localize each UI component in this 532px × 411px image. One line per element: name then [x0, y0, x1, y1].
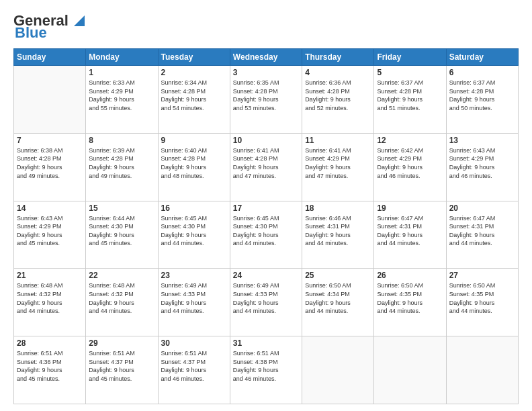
day-number: 19	[377, 203, 443, 213]
day-info: Sunrise: 6:38 AM Sunset: 4:28 PM Dayligh…	[17, 146, 83, 180]
day-info: Sunrise: 6:50 AM Sunset: 4:35 PM Dayligh…	[377, 281, 443, 315]
day-info: Sunrise: 6:49 AM Sunset: 4:33 PM Dayligh…	[161, 281, 227, 315]
weekday-saturday: Saturday	[446, 49, 518, 66]
day-cell: 7Sunrise: 6:38 AM Sunset: 4:28 PM Daylig…	[14, 133, 86, 201]
day-info: Sunrise: 6:37 AM Sunset: 4:28 PM Dayligh…	[449, 79, 515, 112]
day-number: 21	[17, 271, 83, 280]
day-cell: 2Sunrise: 6:34 AM Sunset: 4:28 PM Daylig…	[158, 66, 230, 134]
day-info: Sunrise: 6:34 AM Sunset: 4:28 PM Dayligh…	[161, 79, 227, 112]
day-info: Sunrise: 6:51 AM Sunset: 4:38 PM Dayligh…	[233, 349, 299, 383]
day-cell: 12Sunrise: 6:42 AM Sunset: 4:29 PM Dayli…	[374, 133, 446, 201]
day-info: Sunrise: 6:40 AM Sunset: 4:28 PM Dayligh…	[161, 146, 227, 180]
day-cell: 4Sunrise: 6:36 AM Sunset: 4:28 PM Daylig…	[302, 66, 374, 134]
day-cell: 26Sunrise: 6:50 AM Sunset: 4:35 PM Dayli…	[374, 269, 446, 336]
day-info: Sunrise: 6:44 AM Sunset: 4:30 PM Dayligh…	[89, 214, 154, 248]
day-cell: 10Sunrise: 6:41 AM Sunset: 4:28 PM Dayli…	[230, 133, 302, 201]
day-number: 10	[233, 136, 299, 145]
day-info: Sunrise: 6:47 AM Sunset: 4:31 PM Dayligh…	[377, 214, 443, 248]
day-cell: 13Sunrise: 6:43 AM Sunset: 4:29 PM Dayli…	[446, 133, 518, 201]
day-cell: 6Sunrise: 6:37 AM Sunset: 4:28 PM Daylig…	[446, 66, 518, 134]
day-info: Sunrise: 6:35 AM Sunset: 4:28 PM Dayligh…	[233, 79, 299, 112]
day-cell: 21Sunrise: 6:48 AM Sunset: 4:32 PM Dayli…	[14, 269, 86, 336]
day-number: 16	[161, 203, 227, 213]
day-number: 9	[161, 136, 227, 145]
day-info: Sunrise: 6:45 AM Sunset: 4:30 PM Dayligh…	[233, 214, 299, 248]
day-info: Sunrise: 6:41 AM Sunset: 4:29 PM Dayligh…	[305, 146, 371, 180]
week-row-2: 7Sunrise: 6:38 AM Sunset: 4:28 PM Daylig…	[14, 133, 519, 201]
day-number: 22	[89, 271, 154, 280]
day-info: Sunrise: 6:50 AM Sunset: 4:34 PM Dayligh…	[305, 281, 371, 315]
day-cell: 18Sunrise: 6:46 AM Sunset: 4:31 PM Dayli…	[302, 201, 374, 269]
day-number: 11	[305, 136, 371, 145]
day-number: 4	[305, 68, 371, 77]
day-cell: 5Sunrise: 6:37 AM Sunset: 4:28 PM Daylig…	[374, 66, 446, 134]
weekday-wednesday: Wednesday	[230, 49, 302, 66]
week-row-4: 21Sunrise: 6:48 AM Sunset: 4:32 PM Dayli…	[14, 269, 519, 336]
day-cell: 1Sunrise: 6:33 AM Sunset: 4:29 PM Daylig…	[86, 66, 158, 134]
day-number: 7	[17, 136, 83, 145]
day-cell	[374, 336, 446, 404]
day-cell: 16Sunrise: 6:45 AM Sunset: 4:30 PM Dayli…	[158, 201, 230, 269]
weekday-header-row: SundayMondayTuesdayWednesdayThursdayFrid…	[14, 49, 519, 66]
day-cell: 24Sunrise: 6:49 AM Sunset: 4:33 PM Dayli…	[230, 269, 302, 336]
day-cell: 28Sunrise: 6:51 AM Sunset: 4:36 PM Dayli…	[14, 336, 86, 404]
day-info: Sunrise: 6:33 AM Sunset: 4:29 PM Dayligh…	[89, 79, 154, 112]
day-number: 6	[449, 68, 515, 77]
day-info: Sunrise: 6:36 AM Sunset: 4:28 PM Dayligh…	[305, 79, 371, 112]
day-info: Sunrise: 6:46 AM Sunset: 4:31 PM Dayligh…	[305, 214, 371, 248]
day-number: 18	[305, 203, 371, 213]
day-number: 31	[233, 338, 299, 348]
day-info: Sunrise: 6:45 AM Sunset: 4:30 PM Dayligh…	[161, 214, 227, 248]
day-info: Sunrise: 6:48 AM Sunset: 4:32 PM Dayligh…	[17, 281, 83, 315]
day-number: 25	[305, 271, 371, 280]
calendar-table: SundayMondayTuesdayWednesdayThursdayFrid…	[13, 48, 519, 404]
day-info: Sunrise: 6:47 AM Sunset: 4:31 PM Dayligh…	[449, 214, 515, 248]
day-cell: 30Sunrise: 6:51 AM Sunset: 4:37 PM Dayli…	[158, 336, 230, 404]
day-number: 23	[161, 271, 227, 280]
day-number: 2	[161, 68, 227, 77]
day-number: 26	[377, 271, 443, 280]
day-number: 1	[89, 68, 154, 77]
day-number: 13	[449, 136, 515, 145]
day-cell	[446, 336, 518, 404]
logo-blue: Blue	[15, 24, 47, 42]
day-cell: 3Sunrise: 6:35 AM Sunset: 4:28 PM Daylig…	[230, 66, 302, 134]
day-number: 30	[161, 338, 227, 348]
day-cell: 14Sunrise: 6:43 AM Sunset: 4:29 PM Dayli…	[14, 201, 86, 269]
day-cell: 9Sunrise: 6:40 AM Sunset: 4:28 PM Daylig…	[158, 133, 230, 201]
logo: General Blue	[13, 12, 89, 42]
day-cell: 19Sunrise: 6:47 AM Sunset: 4:31 PM Dayli…	[374, 201, 446, 269]
weekday-friday: Friday	[374, 49, 446, 66]
day-number: 14	[17, 203, 83, 213]
page: General Blue SundayMondayTuesdayWednesda…	[0, 0, 532, 411]
day-cell	[14, 66, 86, 134]
day-cell: 22Sunrise: 6:48 AM Sunset: 4:32 PM Dayli…	[86, 269, 158, 336]
day-number: 20	[449, 203, 515, 213]
day-number: 28	[17, 338, 83, 348]
day-cell: 17Sunrise: 6:45 AM Sunset: 4:30 PM Dayli…	[230, 201, 302, 269]
day-cell: 23Sunrise: 6:49 AM Sunset: 4:33 PM Dayli…	[158, 269, 230, 336]
day-number: 24	[233, 271, 299, 280]
day-cell: 11Sunrise: 6:41 AM Sunset: 4:29 PM Dayli…	[302, 133, 374, 201]
week-row-3: 14Sunrise: 6:43 AM Sunset: 4:29 PM Dayli…	[14, 201, 519, 269]
day-number: 27	[449, 271, 515, 280]
weekday-tuesday: Tuesday	[158, 49, 230, 66]
day-cell: 8Sunrise: 6:39 AM Sunset: 4:28 PM Daylig…	[86, 133, 158, 201]
weekday-monday: Monday	[86, 49, 158, 66]
day-info: Sunrise: 6:41 AM Sunset: 4:28 PM Dayligh…	[233, 146, 299, 180]
day-info: Sunrise: 6:51 AM Sunset: 4:36 PM Dayligh…	[17, 349, 83, 383]
day-info: Sunrise: 6:43 AM Sunset: 4:29 PM Dayligh…	[17, 214, 83, 248]
week-row-5: 28Sunrise: 6:51 AM Sunset: 4:36 PM Dayli…	[14, 336, 519, 404]
day-cell: 27Sunrise: 6:50 AM Sunset: 4:35 PM Dayli…	[446, 269, 518, 336]
logo-triangle-icon	[70, 10, 89, 29]
day-info: Sunrise: 6:42 AM Sunset: 4:29 PM Dayligh…	[377, 146, 443, 180]
day-number: 5	[377, 68, 443, 77]
day-number: 29	[89, 338, 154, 348]
day-cell: 31Sunrise: 6:51 AM Sunset: 4:38 PM Dayli…	[230, 336, 302, 404]
day-info: Sunrise: 6:51 AM Sunset: 4:37 PM Dayligh…	[89, 349, 154, 383]
day-cell	[302, 336, 374, 404]
day-info: Sunrise: 6:43 AM Sunset: 4:29 PM Dayligh…	[449, 146, 515, 180]
day-cell: 25Sunrise: 6:50 AM Sunset: 4:34 PM Dayli…	[302, 269, 374, 336]
day-number: 12	[377, 136, 443, 145]
day-info: Sunrise: 6:50 AM Sunset: 4:35 PM Dayligh…	[449, 281, 515, 315]
